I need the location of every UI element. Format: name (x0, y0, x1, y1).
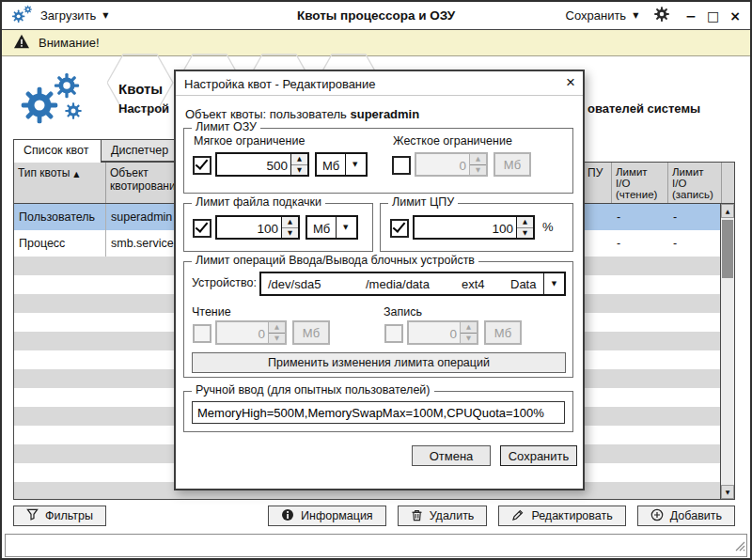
dialog-close-icon[interactable]: × (566, 73, 575, 92)
spin-up-button: ▲ (470, 154, 486, 165)
load-menu-button[interactable]: Загрузить ▼ (11, 5, 109, 27)
device-path: /dev/sda5 (268, 277, 366, 291)
sort-asc-icon: ▲ (73, 170, 79, 179)
add-button[interactable]: Добавить (637, 506, 735, 526)
delete-button[interactable]: Удалить (398, 506, 488, 526)
page-subtitle-partial: Настрой (118, 101, 169, 116)
manual-input-group: Ручной ввод (для опытных пользователей) (183, 391, 573, 432)
read-label: Чтение (192, 305, 231, 319)
spin-up-button[interactable]: ▲ (517, 217, 533, 228)
hard-limit-checkbox[interactable] (392, 156, 411, 175)
swap-limit-spinbox[interactable]: 100 ▲▼ (215, 215, 300, 240)
ram-limit-legend: Лимит ОЗУ (192, 120, 260, 133)
quota-object-line: Объект квоты: пользователь superadmin (185, 107, 419, 121)
info-icon (281, 508, 294, 524)
device-select[interactable]: /dev/sda5 /media/data ext4 Data ▼ (259, 272, 566, 296)
cell-io-write: - (668, 204, 720, 230)
dialog-title: Настройка квот - Редактирование (184, 77, 376, 91)
title-bar: Загрузить ▼ Квоты процессора и ОЗУ Сохра… (2, 2, 750, 30)
swap-limit-checkbox[interactable] (193, 219, 212, 238)
page-subtitle-right-fragment: ователей системы (588, 101, 700, 116)
minimize-button[interactable]: − (685, 8, 697, 23)
device-label: Устройство: (192, 276, 257, 289)
read-limit-checkbox[interactable] (193, 324, 212, 343)
tab-quota-list[interactable]: Список квот (13, 139, 102, 163)
manual-input-field[interactable] (192, 401, 565, 424)
spin-up-button: ▲ (461, 322, 477, 334)
caret-down-icon: ▼ (336, 217, 354, 238)
write-limit-unit-select[interactable]: Мб (484, 320, 522, 345)
soft-limit-spinbox[interactable]: 500 ▲▼ (215, 152, 309, 177)
spin-up-button: ▲ (269, 322, 285, 334)
apply-io-limit-button[interactable]: Применить изменения лимита операций (192, 352, 566, 373)
column-header-type[interactable]: Тип квоты▲ (14, 163, 106, 203)
edit-button[interactable]: Редактировать (498, 506, 625, 526)
cell-type: Процесс (14, 230, 106, 257)
scroll-down-button[interactable]: ▼ (721, 485, 734, 499)
bottom-toolbar: Фильтры Информация Удалить Редактировать (13, 504, 735, 528)
plus-icon (650, 508, 664, 524)
quota-object-name: superadmin (350, 107, 419, 121)
cell-type: Пользователь (14, 204, 106, 230)
info-button[interactable]: Информация (268, 506, 386, 526)
manual-input-legend: Ручной ввод (для опытных пользователей) (192, 383, 434, 397)
cpu-limit-legend: Лимит ЦПУ (388, 195, 458, 209)
column-header-cpu-partial[interactable]: ПУ (584, 163, 612, 203)
swap-limit-legend: Лимит файла подкачки (192, 195, 325, 209)
caret-down-icon: ▼ (633, 11, 638, 20)
app-window: Загрузить ▼ Квоты процессора и ОЗУ Сохра… (0, 0, 752, 560)
device-mount: /media/data (366, 277, 462, 291)
maximize-button[interactable]: □ (707, 8, 719, 23)
hard-limit-label: Жесткое ограничение (393, 134, 512, 148)
soft-limit-unit-select[interactable]: Мб ▼ (315, 152, 368, 177)
save-menu-button[interactable]: Сохранить ▼ (566, 8, 639, 23)
warning-triangle-icon (13, 34, 30, 52)
scrollbar-thumb[interactable] (722, 220, 733, 278)
spin-down-button[interactable]: ▼ (282, 228, 298, 239)
load-menu-label: Загрузить (40, 8, 96, 23)
percent-label: % (542, 220, 554, 234)
soft-limit-label: Мягкое ограничение (194, 134, 305, 148)
soft-limit-checkbox[interactable] (193, 156, 212, 175)
write-label: Запись (384, 305, 422, 319)
column-header-io-write[interactable]: Лимит I/O (запись) (668, 163, 722, 203)
hard-limit-spinbox[interactable]: 0 ▲▼ (415, 152, 488, 177)
app-gears-icon (11, 5, 34, 27)
spin-down-button: ▼ (470, 165, 486, 176)
device-name: Data (510, 277, 536, 291)
write-limit-spinbox[interactable]: 0 ▲▼ (407, 320, 478, 345)
close-button[interactable]: × (729, 8, 741, 23)
caret-down-icon: ▼ (543, 273, 564, 294)
pencil-icon (511, 508, 525, 524)
ram-limit-group: Лимит ОЗУ Мягкое ограничение 500 ▲▼ Мб ▼… (183, 128, 573, 194)
cpu-limit-spinbox[interactable]: 100 ▲▼ (413, 215, 535, 240)
spin-down-button[interactable]: ▼ (517, 228, 533, 239)
swap-limit-group: Лимит файла подкачки 100 ▲▼ Мб ▼ (183, 203, 373, 252)
save-menu-label: Сохранить (566, 8, 627, 23)
quota-edit-dialog: Настройка квот - Редактирование × Объект… (174, 70, 585, 490)
hard-limit-unit-select[interactable]: Мб (494, 152, 531, 177)
resize-grip[interactable] (732, 538, 745, 555)
read-limit-spinbox[interactable]: 0 ▲▼ (215, 320, 287, 345)
save-button[interactable]: Сохранить (500, 445, 577, 466)
swap-limit-unit-select[interactable]: Мб ▼ (306, 215, 358, 240)
cell-io-read: - (612, 230, 668, 257)
settings-gear-icon[interactable] (653, 6, 670, 26)
spin-up-button[interactable]: ▲ (291, 154, 307, 165)
io-limit-group: Лимит операций Ввода/Вывода блочных устр… (183, 261, 573, 378)
cpu-limit-checkbox[interactable] (390, 219, 409, 238)
spin-up-button[interactable]: ▲ (282, 217, 298, 228)
write-limit-checkbox[interactable] (384, 324, 403, 343)
column-header-io-read[interactable]: Лимит I/O (чтение) (612, 163, 668, 203)
cpu-limit-group: Лимит ЦПУ 100 ▲▼ % (380, 203, 573, 252)
filters-button[interactable]: Фильтры (13, 506, 106, 526)
read-limit-unit-select[interactable]: Мб (292, 320, 330, 345)
spin-down-button[interactable]: ▼ (291, 165, 307, 176)
caret-down-icon: ▼ (345, 154, 364, 175)
vertical-scrollbar[interactable]: ▲ ▼ (720, 204, 734, 499)
dialog-title-bar: Настройка квот - Редактирование × (176, 71, 583, 96)
cell-io-read: - (612, 204, 668, 230)
cancel-button[interactable]: Отмена (412, 445, 491, 466)
scroll-up-button[interactable]: ▲ (721, 204, 734, 218)
caret-down-icon: ▼ (102, 11, 108, 20)
